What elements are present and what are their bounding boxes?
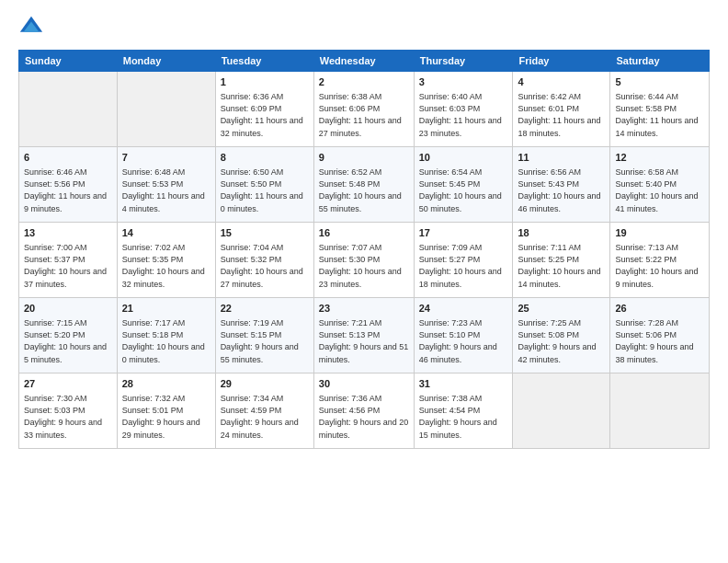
day-info: Sunrise: 6:52 AM Sunset: 5:48 PM Dayligh… [319,167,409,214]
day-number: 7 [122,151,210,165]
weekday-header-friday: Friday [513,51,610,72]
logo-icon [18,15,44,40]
day-info: Sunrise: 6:56 AM Sunset: 5:43 PM Dayligh… [518,167,605,214]
calendar-week-5: 27Sunrise: 7:30 AM Sunset: 5:03 PM Dayli… [19,373,710,449]
day-number: 10 [419,151,508,165]
day-number: 29 [221,377,309,391]
calendar-cell: 26Sunrise: 7:28 AM Sunset: 5:06 PM Dayli… [610,298,710,373]
day-info: Sunrise: 7:36 AM Sunset: 4:56 PM Dayligh… [319,393,409,441]
day-info: Sunrise: 6:42 AM Sunset: 6:01 PM Dayligh… [518,91,605,139]
day-info: Sunrise: 6:46 AM Sunset: 5:56 PM Dayligh… [24,167,112,214]
day-number: 9 [319,151,409,165]
day-number: 21 [122,302,210,316]
day-number: 22 [221,302,309,316]
day-info: Sunrise: 6:40 AM Sunset: 6:03 PM Dayligh… [419,91,508,139]
calendar-cell: 15Sunrise: 7:04 AM Sunset: 5:32 PM Dayli… [215,223,313,298]
day-number: 4 [518,75,605,89]
calendar-cell: 25Sunrise: 7:25 AM Sunset: 5:08 PM Dayli… [513,298,610,373]
calendar-cell: 27Sunrise: 7:30 AM Sunset: 5:03 PM Dayli… [19,373,118,449]
calendar-week-2: 6Sunrise: 6:46 AM Sunset: 5:56 PM Daylig… [19,147,710,223]
day-info: Sunrise: 7:02 AM Sunset: 5:35 PM Dayligh… [122,242,210,290]
day-number: 27 [24,377,112,391]
calendar-cell: 30Sunrise: 7:36 AM Sunset: 4:56 PM Dayli… [313,373,414,449]
calendar-cell [610,373,710,449]
calendar-cell: 10Sunrise: 6:54 AM Sunset: 5:45 PM Dayli… [414,147,513,223]
day-info: Sunrise: 6:48 AM Sunset: 5:53 PM Dayligh… [122,167,210,214]
day-info: Sunrise: 6:50 AM Sunset: 5:50 PM Dayligh… [221,167,309,214]
day-number: 30 [319,377,409,391]
day-number: 20 [24,302,112,316]
calendar-cell: 22Sunrise: 7:19 AM Sunset: 5:15 PM Dayli… [215,298,313,373]
day-info: Sunrise: 7:09 AM Sunset: 5:27 PM Dayligh… [419,242,508,290]
calendar-cell [19,72,118,147]
day-info: Sunrise: 6:58 AM Sunset: 5:40 PM Dayligh… [615,167,704,214]
day-number: 8 [221,151,309,165]
day-info: Sunrise: 7:21 AM Sunset: 5:13 PM Dayligh… [319,317,409,365]
day-info: Sunrise: 6:36 AM Sunset: 6:09 PM Dayligh… [221,91,309,139]
weekday-header-sunday: Sunday [19,51,118,72]
calendar-cell: 16Sunrise: 7:07 AM Sunset: 5:30 PM Dayli… [313,223,414,298]
day-info: Sunrise: 7:13 AM Sunset: 5:22 PM Dayligh… [615,242,704,290]
day-number: 18 [518,226,605,240]
day-info: Sunrise: 6:38 AM Sunset: 6:06 PM Dayligh… [319,91,409,139]
day-number: 17 [419,226,508,240]
calendar-cell: 29Sunrise: 7:34 AM Sunset: 4:59 PM Dayli… [215,373,313,449]
day-number: 19 [615,226,704,240]
calendar-cell: 21Sunrise: 7:17 AM Sunset: 5:18 PM Dayli… [117,298,215,373]
day-info: Sunrise: 6:54 AM Sunset: 5:45 PM Dayligh… [419,167,508,214]
calendar-cell: 31Sunrise: 7:38 AM Sunset: 4:54 PM Dayli… [414,373,513,449]
calendar-week-1: 1Sunrise: 6:36 AM Sunset: 6:09 PM Daylig… [19,72,710,147]
day-info: Sunrise: 7:00 AM Sunset: 5:37 PM Dayligh… [24,242,112,290]
day-info: Sunrise: 7:38 AM Sunset: 4:54 PM Dayligh… [419,393,508,441]
calendar-cell: 7Sunrise: 6:48 AM Sunset: 5:53 PM Daylig… [117,147,215,223]
day-number: 5 [615,75,704,89]
calendar-cell: 12Sunrise: 6:58 AM Sunset: 5:40 PM Dayli… [610,147,710,223]
calendar-cell: 13Sunrise: 7:00 AM Sunset: 5:37 PM Dayli… [19,223,118,298]
calendar-cell: 6Sunrise: 6:46 AM Sunset: 5:56 PM Daylig… [19,147,118,223]
day-number: 16 [319,226,409,240]
day-info: Sunrise: 7:11 AM Sunset: 5:25 PM Dayligh… [518,242,605,290]
calendar-cell [513,373,610,449]
calendar-cell: 28Sunrise: 7:32 AM Sunset: 5:01 PM Dayli… [117,373,215,449]
day-number: 12 [615,151,704,165]
calendar-cell: 19Sunrise: 7:13 AM Sunset: 5:22 PM Dayli… [610,223,710,298]
calendar-cell: 3Sunrise: 6:40 AM Sunset: 6:03 PM Daylig… [414,72,513,147]
day-info: Sunrise: 7:25 AM Sunset: 5:08 PM Dayligh… [518,317,605,365]
calendar-week-4: 20Sunrise: 7:15 AM Sunset: 5:20 PM Dayli… [19,298,710,373]
calendar-cell: 20Sunrise: 7:15 AM Sunset: 5:20 PM Dayli… [19,298,118,373]
day-info: Sunrise: 7:17 AM Sunset: 5:18 PM Dayligh… [122,317,210,365]
calendar-cell: 17Sunrise: 7:09 AM Sunset: 5:27 PM Dayli… [414,223,513,298]
day-number: 25 [518,302,605,316]
calendar-cell: 11Sunrise: 6:56 AM Sunset: 5:43 PM Dayli… [513,147,610,223]
day-info: Sunrise: 7:07 AM Sunset: 5:30 PM Dayligh… [319,242,409,290]
calendar-table: SundayMondayTuesdayWednesdayThursdayFrid… [18,50,710,449]
calendar-cell: 8Sunrise: 6:50 AM Sunset: 5:50 PM Daylig… [215,147,313,223]
day-info: Sunrise: 7:30 AM Sunset: 5:03 PM Dayligh… [24,393,112,441]
weekday-header-row: SundayMondayTuesdayWednesdayThursdayFrid… [19,51,710,72]
day-info: Sunrise: 6:44 AM Sunset: 5:58 PM Dayligh… [615,91,704,139]
day-number: 11 [518,151,605,165]
weekday-header-tuesday: Tuesday [215,51,313,72]
calendar-cell [117,72,215,147]
day-number: 1 [221,75,309,89]
logo [18,15,48,40]
calendar-cell: 18Sunrise: 7:11 AM Sunset: 5:25 PM Dayli… [513,223,610,298]
weekday-header-thursday: Thursday [414,51,513,72]
day-number: 6 [24,151,112,165]
day-info: Sunrise: 7:15 AM Sunset: 5:20 PM Dayligh… [24,317,112,365]
day-number: 26 [615,302,704,316]
day-number: 3 [419,75,508,89]
calendar-cell: 2Sunrise: 6:38 AM Sunset: 6:06 PM Daylig… [313,72,414,147]
calendar-cell: 1Sunrise: 6:36 AM Sunset: 6:09 PM Daylig… [215,72,313,147]
calendar-cell: 5Sunrise: 6:44 AM Sunset: 5:58 PM Daylig… [610,72,710,147]
calendar-cell: 9Sunrise: 6:52 AM Sunset: 5:48 PM Daylig… [313,147,414,223]
header [18,15,710,40]
day-number: 2 [319,75,409,89]
day-number: 13 [24,226,112,240]
weekday-header-monday: Monday [117,51,215,72]
page: SundayMondayTuesdayWednesdayThursdayFrid… [0,0,728,563]
weekday-header-saturday: Saturday [610,51,710,72]
calendar-week-3: 13Sunrise: 7:00 AM Sunset: 5:37 PM Dayli… [19,223,710,298]
weekday-header-wednesday: Wednesday [313,51,414,72]
day-info: Sunrise: 7:23 AM Sunset: 5:10 PM Dayligh… [419,317,508,365]
